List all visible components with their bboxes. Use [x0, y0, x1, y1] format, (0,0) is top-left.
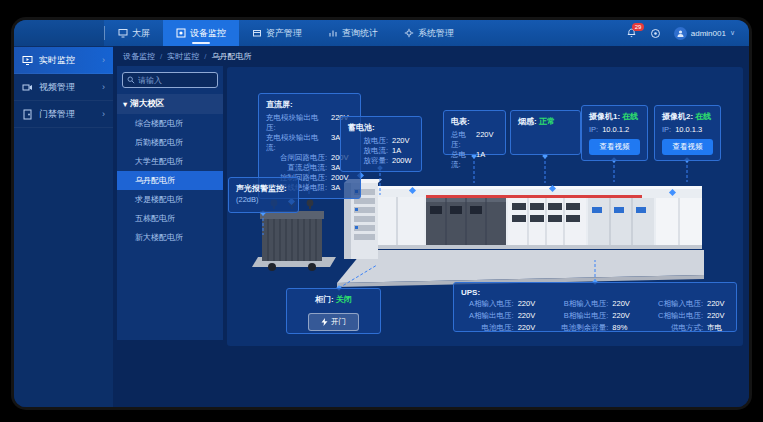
camera2-status: 在线	[695, 112, 711, 121]
open-door-label: 开门	[331, 317, 346, 327]
ip-label: IP:	[662, 125, 671, 135]
metric-value: 3A	[331, 183, 353, 193]
metric-label: 供电方式:	[671, 323, 703, 333]
metric-value: 220V	[476, 130, 498, 150]
camera1-panel: 摄像机1: 在线 IP:10.0.1.2 查看视频	[581, 105, 648, 161]
panel-title: 电表:	[451, 116, 498, 127]
panel-title: 声光报警监控:	[236, 183, 291, 194]
panel-title: UPS:	[461, 288, 729, 297]
metric-label: C相输入电压:	[658, 299, 703, 309]
metric-value: 89%	[612, 323, 634, 333]
alarm-value: (22dB)	[236, 195, 291, 204]
tree-root-label: 湖大校区	[130, 98, 164, 110]
tree-search-box	[122, 72, 218, 88]
realtime-monitor-icon	[22, 55, 33, 66]
assets-icon	[252, 28, 262, 38]
metric-value: 220V	[612, 311, 634, 321]
breadcrumb: 设备监控 / 实时监控 / 乌丹配电所	[113, 46, 749, 66]
smoke-status: 正常	[539, 117, 555, 126]
device-monitor-icon	[176, 28, 186, 38]
tree-root-campus[interactable]: ▾ 湖大校区	[117, 94, 223, 114]
left-sidebar: 实时监控 › 视频管理 › 门禁管理 ›	[14, 46, 113, 407]
tree-item-station[interactable]: 求是楼配电所	[117, 190, 223, 209]
nav-item-label: 查询统计	[342, 27, 378, 40]
breadcrumb-separator: /	[160, 52, 162, 61]
alarm-bell-icon[interactable]: 29	[626, 28, 637, 39]
metric-value: 220V	[392, 136, 414, 146]
tree-item-station[interactable]: 后勤楼配电所	[117, 133, 223, 152]
tree-item-station[interactable]: 综合楼配电所	[117, 114, 223, 133]
metric-value: 市电	[707, 323, 729, 333]
metric-label: 放电压:	[363, 136, 388, 146]
metric-label: B相输出电压:	[564, 311, 609, 321]
metric-value: 200V	[331, 173, 353, 183]
panel-title: 蓄电池:	[348, 122, 414, 133]
sidebar-item-realtime[interactable]: 实时监控 ›	[14, 47, 113, 74]
ip-label: IP:	[589, 125, 598, 135]
cabinet-door-panel: 柜门: 关闭 开门	[286, 288, 381, 334]
nav-item-device-monitor[interactable]: 设备监控	[163, 20, 239, 46]
tree-item-station[interactable]: 五栋配电所	[117, 209, 223, 228]
username: admin001	[691, 29, 726, 38]
ip-value: 10.0.1.3	[675, 125, 702, 135]
top-navbar: 大屏 设备监控 资产管理 查询统计 系统管理	[14, 20, 749, 46]
search-input[interactable]	[138, 76, 213, 85]
fullscreen-target-icon[interactable]	[650, 28, 661, 39]
camera1-status: 在线	[622, 112, 638, 121]
nav-item-label: 资产管理	[266, 27, 302, 40]
metric-value: 220V	[518, 311, 540, 321]
chevron-right-icon: ›	[102, 55, 105, 65]
navbar-right: 29 admin001 ∨	[626, 20, 749, 46]
tree-item-station[interactable]: 新大楼配电所	[117, 228, 223, 247]
nav-item-label: 设备监控	[190, 27, 226, 40]
breadcrumb-item[interactable]: 实时监控	[167, 51, 199, 62]
room-3d-viewport: 直流屏: 充电模块输出电压:220V 充电模块输出电流:3A 合闸回路电压:20…	[227, 67, 743, 346]
ups-metrics-grid: A相输入电压:220V B相输入电压:220V C相输入电压:220V A相输出…	[461, 299, 729, 333]
nav-item-statistics[interactable]: 查询统计	[315, 20, 391, 46]
metric-value: 220V	[707, 299, 729, 309]
nav-item-system[interactable]: 系统管理	[391, 20, 467, 46]
metric-label: 总电流:	[451, 150, 472, 170]
user-menu[interactable]: admin001 ∨	[674, 27, 735, 40]
nav-item-bigscreen[interactable]: 大屏	[105, 20, 163, 46]
panel-title: 烟感: 正常	[518, 116, 573, 127]
metric-label: 电池剩余容量:	[561, 323, 608, 333]
sound-light-alarm-panel: 声光报警监控: (22dB)	[228, 177, 299, 213]
metric-value: 220V	[612, 299, 634, 309]
metric-value: 1A	[392, 146, 414, 156]
sidebar-item-label: 视频管理	[39, 81, 75, 94]
search-icon	[127, 76, 135, 84]
gear-icon	[404, 28, 414, 38]
panel-title: 摄像机1: 在线	[589, 111, 640, 122]
ups-panel: UPS: A相输入电压:220V B相输入电压:220V C相输入电压:220V…	[453, 282, 737, 332]
panel-title: 直流屏:	[266, 99, 353, 110]
view-video-button[interactable]: 查看视频	[662, 139, 713, 155]
nav-item-label: 系统管理	[418, 27, 454, 40]
tree-expander-icon: ▾	[123, 99, 127, 109]
breadcrumb-item-current: 乌丹配电所	[211, 51, 251, 62]
metric-label: 放电流:	[363, 146, 388, 156]
metric-value: 220V	[518, 323, 540, 333]
tree-item-station-selected[interactable]: 乌丹配电所	[117, 171, 223, 190]
battery-panel: 蓄电池: 放电压:220V 放电流:1A 放容量:200W	[340, 116, 422, 172]
metric-label: B相输入电压:	[564, 299, 609, 309]
chevron-down-icon: ∨	[730, 29, 735, 37]
breadcrumb-separator: /	[204, 52, 206, 61]
sidebar-item-video[interactable]: 视频管理 ›	[14, 74, 113, 101]
nav-item-assets[interactable]: 资产管理	[239, 20, 315, 46]
metric-label: A相输入电压:	[469, 299, 514, 309]
metric-value: 1A	[476, 150, 498, 170]
sidebar-item-access[interactable]: 门禁管理 ›	[14, 101, 113, 128]
meter-panel: 电表: 总电压:220V 总电流:1A	[443, 110, 506, 155]
app-window: 大屏 设备监控 资产管理 查询统计 系统管理	[14, 20, 749, 407]
view-video-button[interactable]: 查看视频	[589, 139, 640, 155]
metric-label: 充电模块输出电流:	[266, 133, 327, 153]
metric-label: 总电压:	[451, 130, 472, 150]
sidebar-item-label: 实时监控	[39, 54, 75, 67]
breadcrumb-item[interactable]: 设备监控	[123, 51, 155, 62]
open-door-button[interactable]: 开门	[308, 313, 359, 331]
metric-value: 200W	[392, 156, 414, 166]
unlock-flash-icon	[321, 318, 328, 326]
metric-label: A相输出电压:	[469, 311, 514, 321]
tree-item-station[interactable]: 大学生配电所	[117, 152, 223, 171]
